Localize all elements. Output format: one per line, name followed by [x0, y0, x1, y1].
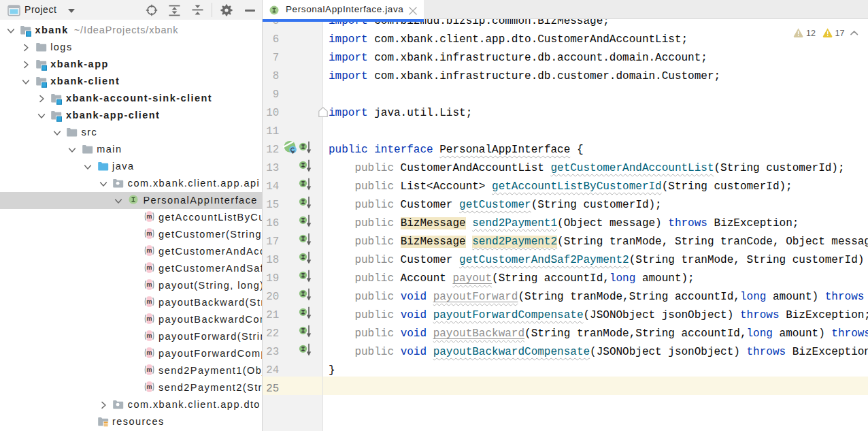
svg-text:m: m — [146, 281, 152, 288]
svg-text:m: m — [146, 383, 152, 390]
svg-text:m: m — [146, 246, 152, 254]
svg-text:m: m — [146, 366, 152, 373]
svg-text:m: m — [146, 349, 152, 356]
svg-text:m: m — [146, 212, 152, 220]
svg-text:m: m — [146, 264, 152, 271]
svg-text:m: m — [146, 298, 152, 305]
svg-text:m: m — [146, 229, 152, 237]
svg-text:m: m — [146, 332, 152, 339]
svg-text:m: m — [146, 315, 152, 322]
